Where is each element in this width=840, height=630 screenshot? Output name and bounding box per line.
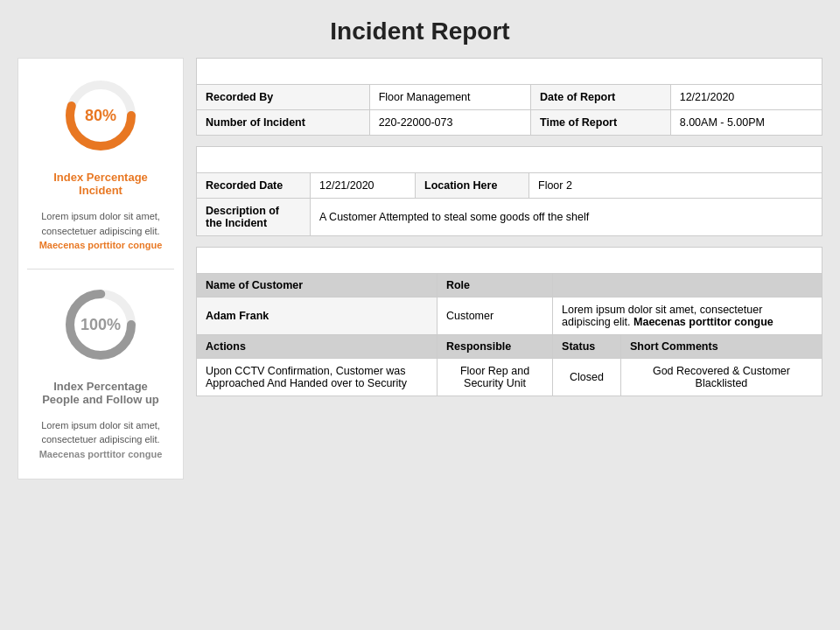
- donut2-desc: Lorem ipsum dolor sit amet, consectetuer…: [27, 418, 174, 462]
- donut2-percent: 100%: [80, 315, 121, 333]
- incident-details-table: Incident Details Recorded Date 12/21/202…: [196, 146, 822, 236]
- col-actions: Actions: [197, 335, 438, 359]
- right-panel: Details of Report Recorded By Floor Mana…: [196, 58, 822, 480]
- details-of-report-table: Details of Report Recorded By Floor Mana…: [196, 58, 822, 136]
- donut1-percent: 80%: [85, 107, 116, 125]
- action-comments: God Recovered & Customer Blacklisted: [620, 359, 822, 396]
- description-label: Description of the Incident: [197, 199, 311, 236]
- time-of-report-value: 8.00AM - 5.00PM: [670, 110, 822, 136]
- number-of-incident-value: 220-22000-073: [369, 110, 530, 136]
- location-here-label: Location Here: [416, 173, 529, 199]
- col-comments: Short Comments: [620, 335, 822, 359]
- donut2-index-title: Index Percentage People and Follow up: [42, 380, 159, 406]
- person-description: Lorem ipsum dolor sit amet, consectetuer…: [553, 298, 822, 335]
- action-description: Upon CCTV Confirmation, Customer was App…: [197, 359, 438, 396]
- page-title: Incident Report: [0, 0, 840, 58]
- incident-header: Incident Details: [197, 147, 822, 173]
- recorded-by-value: Floor Management: [369, 85, 530, 110]
- date-of-report-label: Date of Report: [531, 85, 671, 110]
- person-name: Adam Frank: [197, 298, 438, 335]
- person-role: Customer: [437, 298, 552, 335]
- donut1-index-title: Index Percentage Incident: [53, 171, 148, 197]
- description-value: A Customer Attempted to steal some goods…: [311, 199, 822, 236]
- date-of-report-value: 12/21/2020: [670, 85, 822, 110]
- left-panel: 80% Index Percentage Incident Lorem ipsu…: [18, 58, 184, 480]
- number-of-incident-label: Number of Incident: [197, 110, 370, 136]
- col-status: Status: [553, 335, 621, 359]
- recorded-date-value: 12/21/2020: [311, 173, 416, 199]
- recorded-by-label: Recorded By: [197, 85, 370, 110]
- involved-header: Involved People and Follow up Actions: [197, 248, 822, 274]
- details-header: Details of Report: [197, 59, 822, 85]
- recorded-date-label: Recorded Date: [197, 173, 311, 199]
- col-empty: [553, 274, 822, 298]
- col-responsible: Responsible: [437, 335, 552, 359]
- donut1-desc: Lorem ipsum dolor sit amet, consectetuer…: [27, 209, 174, 253]
- involved-people-table: Involved People and Follow up Actions Na…: [196, 247, 822, 396]
- donut2-container: 100%: [61, 285, 140, 364]
- donut1-container: 80%: [61, 76, 140, 155]
- action-responsible: Floor Rep and Security Unit: [437, 359, 552, 396]
- location-here-value: Floor 2: [529, 173, 822, 199]
- col-role: Role: [437, 274, 552, 298]
- action-status: Closed: [553, 359, 621, 396]
- col-customer-name: Name of Customer: [197, 274, 438, 298]
- time-of-report-label: Time of Report: [531, 110, 671, 136]
